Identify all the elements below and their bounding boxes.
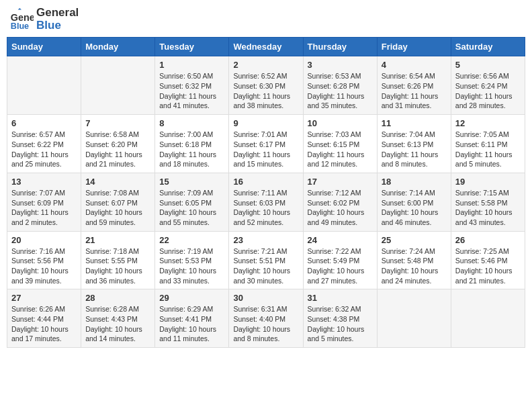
- day-number: 1: [159, 60, 224, 70]
- calendar-cell: 30Sunrise: 6:31 AMSunset: 4:40 PMDayligh…: [229, 289, 303, 348]
- calendar-cell: 11Sunrise: 7:04 AMSunset: 6:13 PMDayligh…: [377, 115, 451, 173]
- day-number: 2: [233, 60, 298, 70]
- cell-info: Sunrise: 6:50 AMSunset: 6:32 PMDaylight:…: [159, 71, 224, 111]
- cell-info: Sunrise: 7:25 AMSunset: 5:46 PMDaylight:…: [455, 246, 521, 286]
- calendar-week-2: 6Sunrise: 6:57 AMSunset: 6:22 PMDaylight…: [7, 115, 525, 173]
- cell-info: Sunrise: 7:12 AMSunset: 6:02 PMDaylight:…: [308, 188, 373, 228]
- header-wednesday: Wednesday: [229, 38, 303, 56]
- day-number: 3: [308, 60, 373, 70]
- day-number: 15: [159, 177, 224, 187]
- calendar-cell: 17Sunrise: 7:12 AMSunset: 6:02 PMDayligh…: [303, 173, 377, 231]
- calendar-header-row: SundayMondayTuesdayWednesdayThursdayFrid…: [7, 38, 525, 56]
- cell-info: Sunrise: 6:26 AMSunset: 4:44 PMDaylight:…: [11, 304, 77, 344]
- cell-info: Sunrise: 7:09 AMSunset: 6:05 PMDaylight:…: [159, 188, 224, 228]
- cell-info: Sunrise: 6:54 AMSunset: 6:26 PMDaylight:…: [382, 71, 447, 111]
- calendar-cell: 23Sunrise: 7:21 AMSunset: 5:51 PMDayligh…: [229, 231, 303, 289]
- day-number: 20: [11, 235, 77, 245]
- calendar-cell: 26Sunrise: 7:25 AMSunset: 5:46 PMDayligh…: [451, 231, 525, 289]
- page-header: General Blue General Blue: [7, 7, 525, 32]
- cell-info: Sunrise: 7:16 AMSunset: 5:56 PMDaylight:…: [11, 246, 77, 286]
- calendar-cell: 3Sunrise: 6:53 AMSunset: 6:28 PMDaylight…: [303, 56, 377, 115]
- calendar-cell: 2Sunrise: 6:52 AMSunset: 6:30 PMDaylight…: [229, 56, 303, 115]
- day-number: 14: [85, 177, 150, 187]
- svg-marker-2: [18, 8, 21, 10]
- cell-info: Sunrise: 6:31 AMSunset: 4:40 PMDaylight:…: [233, 304, 298, 344]
- cell-info: Sunrise: 6:57 AMSunset: 6:22 PMDaylight:…: [11, 130, 77, 169]
- calendar-cell: [7, 56, 81, 115]
- cell-info: Sunrise: 7:14 AMSunset: 6:00 PMDaylight:…: [382, 188, 447, 228]
- header-friday: Friday: [377, 38, 451, 56]
- header-thursday: Thursday: [303, 38, 377, 56]
- calendar-cell: 21Sunrise: 7:18 AMSunset: 5:55 PMDayligh…: [81, 231, 155, 289]
- logo-blue: Blue: [36, 19, 79, 32]
- day-number: 24: [308, 235, 373, 245]
- cell-info: Sunrise: 7:21 AMSunset: 5:51 PMDaylight:…: [233, 246, 298, 286]
- calendar-cell: 31Sunrise: 6:32 AMSunset: 4:38 PMDayligh…: [303, 289, 377, 348]
- cell-info: Sunrise: 7:07 AMSunset: 6:09 PMDaylight:…: [11, 188, 77, 228]
- calendar-cell: 6Sunrise: 6:57 AMSunset: 6:22 PMDaylight…: [7, 115, 81, 173]
- calendar-cell: 14Sunrise: 7:08 AMSunset: 6:07 PMDayligh…: [81, 173, 155, 231]
- day-number: 21: [85, 235, 150, 245]
- cell-info: Sunrise: 6:52 AMSunset: 6:30 PMDaylight:…: [233, 71, 298, 111]
- cell-info: Sunrise: 7:05 AMSunset: 6:11 PMDaylight:…: [455, 130, 521, 169]
- cell-info: Sunrise: 7:22 AMSunset: 5:49 PMDaylight:…: [308, 246, 373, 286]
- day-number: 28: [85, 293, 150, 303]
- calendar-cell: 22Sunrise: 7:19 AMSunset: 5:53 PMDayligh…: [155, 231, 229, 289]
- day-number: 12: [455, 118, 521, 128]
- day-number: 31: [308, 293, 373, 303]
- day-number: 17: [308, 177, 373, 187]
- calendar-cell: 15Sunrise: 7:09 AMSunset: 6:05 PMDayligh…: [155, 173, 229, 231]
- cell-info: Sunrise: 6:58 AMSunset: 6:20 PMDaylight:…: [85, 130, 150, 169]
- cell-info: Sunrise: 7:18 AMSunset: 5:55 PMDaylight:…: [85, 246, 150, 286]
- day-number: 25: [382, 235, 447, 245]
- calendar-cell: 27Sunrise: 6:26 AMSunset: 4:44 PMDayligh…: [7, 289, 81, 348]
- calendar-cell: 25Sunrise: 7:24 AMSunset: 5:48 PMDayligh…: [377, 231, 451, 289]
- day-number: 18: [382, 177, 447, 187]
- calendar-cell: 12Sunrise: 7:05 AMSunset: 6:11 PMDayligh…: [451, 115, 525, 173]
- day-number: 13: [11, 177, 77, 187]
- logo-icon: General Blue: [9, 7, 34, 32]
- svg-text:General: General: [11, 11, 34, 22]
- svg-text:Blue: Blue: [11, 21, 29, 31]
- day-number: 22: [159, 235, 224, 245]
- cell-info: Sunrise: 6:32 AMSunset: 4:38 PMDaylight:…: [308, 304, 373, 344]
- cell-info: Sunrise: 6:53 AMSunset: 6:28 PMDaylight:…: [308, 71, 373, 111]
- cell-info: Sunrise: 7:15 AMSunset: 5:58 PMDaylight:…: [455, 188, 521, 228]
- calendar-cell: 19Sunrise: 7:15 AMSunset: 5:58 PMDayligh…: [451, 173, 525, 231]
- calendar-cell: 20Sunrise: 7:16 AMSunset: 5:56 PMDayligh…: [7, 231, 81, 289]
- day-number: 5: [455, 60, 521, 70]
- day-number: 16: [233, 177, 298, 187]
- calendar-cell: 5Sunrise: 6:56 AMSunset: 6:24 PMDaylight…: [451, 56, 525, 115]
- calendar-cell: [377, 289, 451, 348]
- day-number: 4: [382, 60, 447, 70]
- header-tuesday: Tuesday: [155, 38, 229, 56]
- header-saturday: Saturday: [451, 38, 525, 56]
- day-number: 6: [11, 118, 77, 128]
- day-number: 27: [11, 293, 77, 303]
- cell-info: Sunrise: 6:56 AMSunset: 6:24 PMDaylight:…: [455, 71, 521, 111]
- calendar-week-3: 13Sunrise: 7:07 AMSunset: 6:09 PMDayligh…: [7, 173, 525, 231]
- calendar-cell: 29Sunrise: 6:29 AMSunset: 4:41 PMDayligh…: [155, 289, 229, 348]
- calendar-cell: 16Sunrise: 7:11 AMSunset: 6:03 PMDayligh…: [229, 173, 303, 231]
- logo: General Blue General Blue: [9, 7, 79, 32]
- day-number: 26: [455, 235, 521, 245]
- cell-info: Sunrise: 7:01 AMSunset: 6:17 PMDaylight:…: [233, 130, 298, 169]
- calendar-cell: 1Sunrise: 6:50 AMSunset: 6:32 PMDaylight…: [155, 56, 229, 115]
- calendar-cell: 10Sunrise: 7:03 AMSunset: 6:15 PMDayligh…: [303, 115, 377, 173]
- calendar-cell: 24Sunrise: 7:22 AMSunset: 5:49 PMDayligh…: [303, 231, 377, 289]
- cell-info: Sunrise: 6:28 AMSunset: 4:43 PMDaylight:…: [85, 304, 150, 344]
- cell-info: Sunrise: 7:19 AMSunset: 5:53 PMDaylight:…: [159, 246, 224, 286]
- calendar-week-1: 1Sunrise: 6:50 AMSunset: 6:32 PMDaylight…: [7, 56, 525, 115]
- calendar-cell: 7Sunrise: 6:58 AMSunset: 6:20 PMDaylight…: [81, 115, 155, 173]
- cell-info: Sunrise: 6:29 AMSunset: 4:41 PMDaylight:…: [159, 304, 224, 344]
- day-number: 9: [233, 118, 298, 128]
- cell-info: Sunrise: 7:08 AMSunset: 6:07 PMDaylight:…: [85, 188, 150, 228]
- cell-info: Sunrise: 7:11 AMSunset: 6:03 PMDaylight:…: [233, 188, 298, 228]
- calendar-cell: [81, 56, 155, 115]
- day-number: 11: [382, 118, 447, 128]
- cell-info: Sunrise: 7:03 AMSunset: 6:15 PMDaylight:…: [308, 130, 373, 169]
- header-monday: Monday: [81, 38, 155, 56]
- calendar-cell: 9Sunrise: 7:01 AMSunset: 6:17 PMDaylight…: [229, 115, 303, 173]
- calendar-cell: 28Sunrise: 6:28 AMSunset: 4:43 PMDayligh…: [81, 289, 155, 348]
- cell-info: Sunrise: 7:04 AMSunset: 6:13 PMDaylight:…: [382, 130, 447, 169]
